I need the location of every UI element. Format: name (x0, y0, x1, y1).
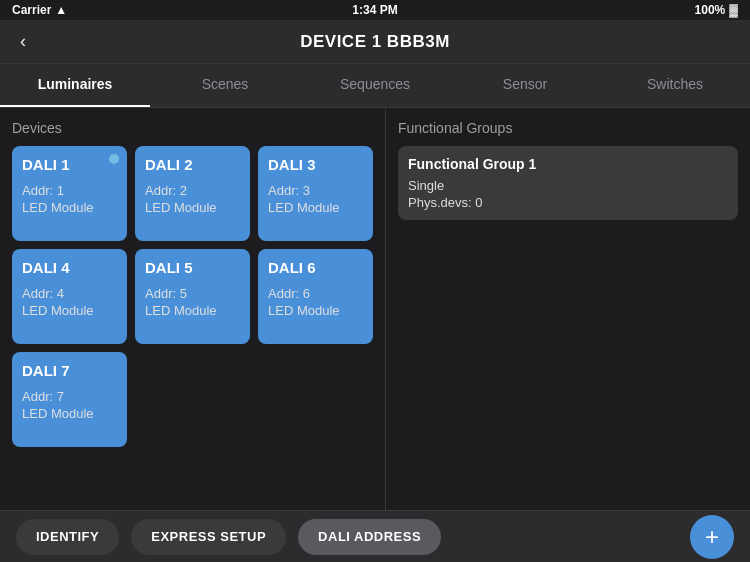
battery-icon: ▓ (729, 3, 738, 17)
fg-phys-devs: Phys.devs: 0 (408, 195, 728, 210)
main-content: Devices DALI 1 Addr: 1 LED Module DALI 2… (0, 108, 750, 510)
add-fab-button[interactable]: + (690, 515, 734, 559)
device-card-name: DALI 7 (22, 362, 117, 379)
functional-groups-panel: Functional Groups Functional Group 1 Sin… (385, 108, 750, 510)
device-card-addr: Addr: 2 (145, 183, 240, 198)
devices-panel: Devices DALI 1 Addr: 1 LED Module DALI 2… (0, 108, 385, 510)
device-card-name: DALI 6 (268, 259, 363, 276)
device-card-addr: Addr: 1 (22, 183, 117, 198)
device-card[interactable]: DALI 2 Addr: 2 LED Module (135, 146, 250, 241)
device-indicator (109, 154, 119, 164)
tab-bar: Luminaires Scenes Sequences Sensor Switc… (0, 64, 750, 108)
devices-section-label: Devices (12, 120, 373, 136)
status-bar-right: 100% ▓ (695, 3, 738, 17)
device-card-name: DALI 2 (145, 156, 240, 173)
device-card[interactable]: DALI 4 Addr: 4 LED Module (12, 249, 127, 344)
device-card[interactable]: DALI 3 Addr: 3 LED Module (258, 146, 373, 241)
device-card[interactable]: DALI 6 Addr: 6 LED Module (258, 249, 373, 344)
device-card-addr: Addr: 7 (22, 389, 117, 404)
express-setup-button[interactable]: EXPRESS SETUP (131, 519, 286, 555)
device-card-addr: Addr: 6 (268, 286, 363, 301)
status-bar: Carrier ▲ 1:34 PM 100% ▓ (0, 0, 750, 20)
fg-type: Single (408, 178, 728, 193)
device-card-name: DALI 3 (268, 156, 363, 173)
fg-title: Functional Group 1 (408, 156, 728, 172)
dali-address-button[interactable]: DALI ADDRESS (298, 519, 441, 555)
status-bar-time: 1:34 PM (352, 3, 397, 17)
device-card-type: LED Module (22, 303, 117, 318)
tab-scenes[interactable]: Scenes (150, 64, 300, 107)
devices-grid: DALI 1 Addr: 1 LED Module DALI 2 Addr: 2… (12, 146, 373, 447)
device-card[interactable]: DALI 7 Addr: 7 LED Module (12, 352, 127, 447)
device-card-type: LED Module (22, 200, 117, 215)
header: ‹ DEVICE 1 BBB3M (0, 20, 750, 64)
device-card-name: DALI 5 (145, 259, 240, 276)
page-title: DEVICE 1 BBB3M (300, 32, 450, 52)
device-card-type: LED Module (268, 303, 363, 318)
device-card-type: LED Module (22, 406, 117, 421)
device-card[interactable]: DALI 5 Addr: 5 LED Module (135, 249, 250, 344)
device-card[interactable]: DALI 1 Addr: 1 LED Module (12, 146, 127, 241)
carrier-label: Carrier (12, 3, 51, 17)
device-card-type: LED Module (268, 200, 363, 215)
tab-switches[interactable]: Switches (600, 64, 750, 107)
groups-section-label: Functional Groups (398, 120, 738, 136)
device-card-name: DALI 1 (22, 156, 117, 173)
functional-group-card[interactable]: Functional Group 1 Single Phys.devs: 0 (398, 146, 738, 220)
bottom-toolbar: IDENTIFY EXPRESS SETUP DALI ADDRESS + (0, 510, 750, 562)
device-card-addr: Addr: 3 (268, 183, 363, 198)
device-card-type: LED Module (145, 303, 240, 318)
groups-container: Functional Group 1 Single Phys.devs: 0 (398, 146, 738, 220)
device-card-name: DALI 4 (22, 259, 117, 276)
device-card-addr: Addr: 4 (22, 286, 117, 301)
back-button[interactable]: ‹ (12, 27, 34, 56)
tab-luminaires[interactable]: Luminaires (0, 64, 150, 107)
wifi-icon: ▲ (55, 3, 67, 17)
tab-sequences[interactable]: Sequences (300, 64, 450, 107)
status-bar-left: Carrier ▲ (12, 3, 67, 17)
battery-label: 100% (695, 3, 726, 17)
identify-button[interactable]: IDENTIFY (16, 519, 119, 555)
tab-sensor[interactable]: Sensor (450, 64, 600, 107)
device-card-type: LED Module (145, 200, 240, 215)
device-card-addr: Addr: 5 (145, 286, 240, 301)
